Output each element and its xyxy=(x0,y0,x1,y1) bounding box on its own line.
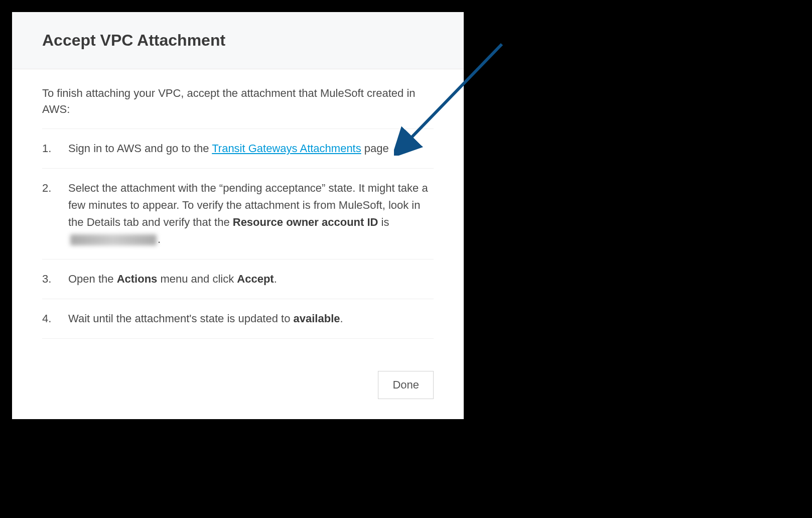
step-3: 3. Open the Actions menu and click Accep… xyxy=(42,260,434,299)
step-4-p2: . xyxy=(340,312,343,325)
actions-bold: Actions xyxy=(117,273,158,285)
step-2-p2: is xyxy=(378,216,389,228)
step-4: 4. Wait until the attachment's state is … xyxy=(42,299,434,339)
step-number: 3. xyxy=(42,271,68,288)
step-3-p1: Open the xyxy=(68,273,117,285)
step-number: 4. xyxy=(42,310,68,327)
step-text: Select the attachment with the “pending … xyxy=(68,180,434,248)
step-number: 1. xyxy=(42,140,68,157)
resource-owner-account-id-label: Resource owner account ID xyxy=(233,216,378,228)
accept-bold: Accept xyxy=(237,273,274,285)
accept-vpc-attachment-dialog: Accept VPC Attachment To finish attachin… xyxy=(12,12,464,419)
step-1-prefix: Sign in to AWS and go to the xyxy=(68,142,212,155)
step-number: 2. xyxy=(42,180,68,197)
dialog-title: Accept VPC Attachment xyxy=(42,31,434,50)
done-button[interactable]: Done xyxy=(378,371,434,399)
step-1-suffix: page xyxy=(361,142,389,155)
step-2-p3: . xyxy=(158,233,161,245)
dialog-header: Accept VPC Attachment xyxy=(12,12,464,69)
intro-text: To finish attaching your VPC, accept the… xyxy=(42,85,434,129)
dialog-body: To finish attaching your VPC, accept the… xyxy=(12,69,464,351)
step-2: 2. Select the attachment with the “pendi… xyxy=(42,169,434,260)
step-1: 1. Sign in to AWS and go to the Transit … xyxy=(42,129,434,169)
step-text: Sign in to AWS and go to the Transit Gat… xyxy=(68,140,434,157)
step-text: Open the Actions menu and click Accept. xyxy=(68,271,434,288)
step-text: Wait until the attachment's state is upd… xyxy=(68,310,434,327)
account-id-blurred xyxy=(70,234,157,245)
step-4-p1: Wait until the attachment's state is upd… xyxy=(68,312,294,325)
available-bold: available xyxy=(294,312,340,325)
step-3-p3: . xyxy=(274,273,277,285)
dialog-footer: Done xyxy=(12,351,464,419)
transit-gateways-attachments-link[interactable]: Transit Gateways Attachments xyxy=(212,142,361,155)
steps-list: 1. Sign in to AWS and go to the Transit … xyxy=(42,129,434,339)
step-3-p2: menu and click xyxy=(157,273,237,285)
